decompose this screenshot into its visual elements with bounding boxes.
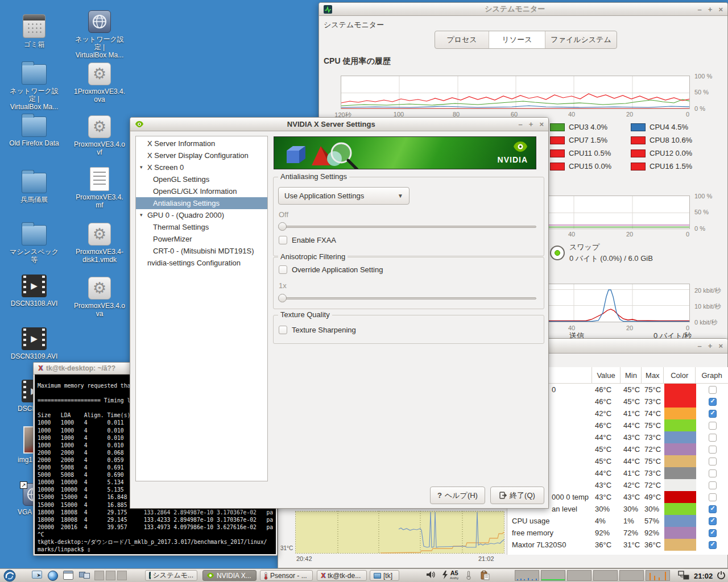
clock[interactable]: 21:02 (694, 572, 713, 580)
expander-icon[interactable]: ▾ (140, 161, 143, 173)
applet-net-graph[interactable] (515, 570, 539, 581)
tree-item-powermizer[interactable]: PowerMizer (136, 233, 267, 245)
tree-item-thermal[interactable]: Thermal Settings (136, 221, 267, 233)
tree-item-antialiasing[interactable]: Antialiasing Settings (136, 197, 267, 209)
applet-cell[interactable] (593, 570, 618, 581)
desktop-icon-old-firefox[interactable]: Old Firefox Data (7, 112, 61, 147)
taskbar-button-sysmon[interactable]: システムモ... (145, 570, 197, 581)
desktop-icon-trash[interactable]: ゴミ箱 (7, 14, 61, 48)
af-slider-handle[interactable] (278, 294, 287, 302)
desktop-icon-network-settings[interactable]: ネットワーク設定 | VirtualBox Ma... (73, 10, 126, 59)
tree-item-opengl-settings[interactable]: OpenGL Settings (136, 173, 267, 185)
close-button[interactable]: × (718, 6, 723, 13)
sensor-row[interactable]: CPU usage4%1%57% (507, 515, 728, 527)
graph-checkbox[interactable] (709, 434, 717, 442)
file-manager-launcher[interactable]: ➤ (32, 571, 42, 579)
maximize-button[interactable]: + (708, 342, 713, 350)
desktop-icon-mf[interactable]: ProxmoxVE3.4. mf (73, 167, 126, 209)
expander-icon[interactable]: ▾ (140, 209, 143, 221)
psensor-tray-icon[interactable] (466, 571, 471, 580)
clipboard-icon[interactable] (481, 571, 490, 580)
tab-filesystems[interactable]: ファイルシステム (545, 31, 617, 48)
aa-slider-handle[interactable] (278, 222, 287, 231)
applet-temp-bars[interactable] (646, 570, 670, 581)
desktop-icon-dscn3108[interactable]: ▶ DSCN3108.AVI (7, 275, 61, 307)
tree-item-display-config[interactable]: X Server Display Configuration (136, 149, 267, 161)
sensor-row[interactable]: Maxtor 7L320S036°C31°C36°C (507, 539, 728, 551)
taskbar-button-nvidia[interactable]: NVIDIA X... (202, 570, 257, 581)
tree-item-xscreen0[interactable]: ▾X Screen 0 (136, 161, 267, 173)
tree-item-gpu0[interactable]: ▾GPU 0 - (Quadro 2000) (136, 209, 267, 221)
graph-checkbox[interactable] (709, 422, 717, 430)
aa-slider-track[interactable] (279, 226, 536, 228)
applet-cell[interactable] (619, 570, 644, 581)
workspace-pager[interactable] (79, 571, 90, 579)
col-value[interactable]: Value (592, 367, 621, 383)
applet-cpu-graph[interactable] (541, 570, 565, 581)
minimize-button[interactable]: – (519, 120, 523, 128)
minimize-button[interactable]: – (698, 6, 702, 13)
maximize-button[interactable]: + (529, 120, 533, 128)
graph-checkbox[interactable] (709, 386, 717, 394)
web-browser-launcher[interactable] (48, 571, 58, 581)
taskbar-button-tk-folder[interactable]: [tk] (370, 570, 399, 581)
enable-fxaa-row[interactable]: Enable FXAA (279, 236, 336, 244)
graph-checkbox[interactable] (709, 481, 717, 489)
tab-processes[interactable]: プロセス (435, 31, 489, 48)
col-graph[interactable]: Graph (696, 367, 728, 383)
graph-checkbox[interactable] (709, 469, 717, 477)
desktop-icon-heibayou[interactable]: 兵馬俑展 (7, 168, 61, 203)
desktop-icon-machine-spec[interactable]: マシンスペック等 (7, 221, 61, 264)
input-method-icon[interactable]: A5 Anthy (450, 570, 458, 580)
power-button-icon[interactable] (717, 571, 726, 580)
panel-cell[interactable] (106, 571, 115, 580)
graph-checkbox[interactable] (709, 541, 717, 549)
graph-checkbox[interactable] (709, 410, 717, 418)
panel-cell[interactable] (94, 571, 104, 580)
maximize-button[interactable]: + (708, 6, 713, 13)
antialiasing-mode-dropdown[interactable]: Use Application Settings ▼ (278, 187, 410, 205)
panel-cell[interactable] (117, 571, 127, 580)
desktop-icon-dscn3109[interactable]: ▶ DSCN3109.AVI (7, 327, 61, 360)
tab-resources[interactable]: リソース (489, 31, 545, 48)
graph-checkbox[interactable] (709, 517, 717, 525)
override-app-setting-row[interactable]: Override Application Setting (279, 265, 383, 274)
close-button[interactable]: × (718, 342, 723, 350)
app-menu-label[interactable]: システムモニター (324, 20, 384, 30)
tree-item-nvidia-settings-config[interactable]: nvidia-settings Configuration (136, 257, 267, 269)
quit-button[interactable]: 終了(Q) (490, 487, 544, 504)
col-min[interactable]: Min (621, 367, 642, 383)
help-button[interactable]: ? ヘルプ(H) (430, 487, 485, 504)
graph-checkbox[interactable] (709, 446, 717, 454)
taskbar-button-psensor[interactable]: Psensor - ... (260, 570, 313, 581)
system-monitor-titlebar[interactable]: システムモニター – + × (319, 3, 727, 16)
taskbar-button-xterm[interactable]: X tk@tk-de... (317, 570, 367, 581)
network-icon[interactable] (678, 571, 689, 580)
graph-checkbox[interactable] (709, 398, 717, 406)
graph-checkbox[interactable] (709, 493, 717, 501)
sensor-row[interactable]: free memory92%72%92% (507, 527, 728, 539)
af-slider-track[interactable] (279, 297, 536, 300)
tree-item-glx-info[interactable]: OpenGL/GLX Information (136, 185, 267, 197)
col-max[interactable]: Max (642, 367, 664, 383)
graph-checkbox[interactable] (709, 458, 717, 465)
close-button[interactable]: × (539, 120, 544, 128)
fxaa-checkbox[interactable] (279, 236, 287, 244)
graph-checkbox[interactable] (709, 505, 717, 513)
tree-item-xserver-info[interactable]: X Server Information (136, 138, 267, 149)
texture-sharpening-row[interactable]: Texture Sharpening (279, 326, 356, 334)
desktop-icon-vmdk[interactable]: ⚙ ProxmoxVE3.4- disk1.vmdk (73, 223, 126, 264)
texture-sharpening-checkbox[interactable] (279, 326, 287, 334)
power-manager-icon[interactable] (442, 571, 448, 579)
start-menu-button[interactable] (3, 569, 16, 582)
override-checkbox[interactable] (279, 265, 287, 274)
nvidia-titlebar[interactable]: NVIDIA X Server Settings – + × (130, 118, 548, 131)
minimize-button[interactable]: – (698, 342, 702, 350)
applet-cell[interactable] (567, 570, 592, 581)
desktop-icon-ovf[interactable]: ⚙ ProxmoxVE3.4.o vf (73, 115, 126, 156)
tree-item-crt0[interactable]: CRT-0 - (Mitsubishi MDT191S) (136, 245, 267, 257)
graph-checkbox[interactable] (709, 529, 717, 537)
terminal-launcher[interactable] (63, 571, 73, 580)
volume-icon[interactable] (426, 571, 436, 579)
desktop-icon-ova1[interactable]: ⚙ 1ProxmoxVE3.4. ova (73, 63, 126, 103)
